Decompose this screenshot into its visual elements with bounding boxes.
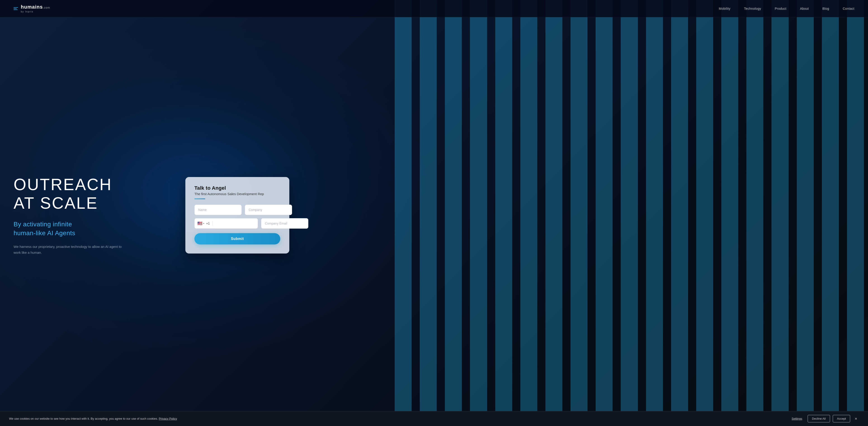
hero-left: OUTREACH AT SCALE By activating infinite… — [13, 175, 172, 256]
logo-text-wrapper: humains.com by Inpris — [21, 4, 50, 13]
hero-right: Talk to Angel The first Autonomous Sales… — [185, 177, 289, 254]
phone-prefix: +1 — [206, 222, 210, 225]
logo-icon — [13, 7, 18, 10]
logo-brand: humains.com — [21, 4, 50, 10]
cookie-close-button[interactable]: × — [853, 416, 859, 422]
nav-item-product[interactable]: Product — [775, 7, 786, 10]
chevron-down-icon: ▾ — [203, 222, 204, 225]
email-input[interactable] — [261, 218, 308, 229]
phone-input[interactable] — [215, 219, 255, 228]
nav-item-contact[interactable]: Contact — [843, 7, 855, 10]
privacy-policy-link[interactable]: Privacy Policy — [159, 417, 177, 420]
flag-emoji: 🇺🇸 — [197, 221, 202, 226]
form-card-title: Talk to Angel — [194, 185, 280, 191]
flag-select[interactable]: 🇺🇸 ▾ — [197, 221, 204, 226]
logo[interactable]: humains.com by Inpris — [13, 4, 50, 13]
cookie-banner: We use cookies on our website to see how… — [0, 411, 868, 426]
nav-item-technology[interactable]: Technology — [744, 7, 761, 10]
phone-input-wrapper: 🇺🇸 ▾ +1 — [194, 218, 258, 229]
form-card-subtitle: The first Autonomous Sales Development R… — [194, 192, 280, 196]
hero-description: We harness our proprietary, proactive te… — [13, 244, 122, 255]
cookie-decline-button[interactable]: Decline All — [808, 415, 830, 422]
company-input[interactable] — [245, 205, 292, 215]
nav-item-mobility[interactable]: Mobility — [719, 7, 730, 10]
form-accent-line — [194, 199, 205, 199]
form-row-2: 🇺🇸 ▾ +1 — [194, 218, 280, 229]
form-card: Talk to Angel The first Autonomous Sales… — [185, 177, 289, 254]
cookie-accept-button[interactable]: Accept — [833, 415, 850, 422]
nav-item-blog[interactable]: Blog — [822, 7, 829, 10]
nav-links: Mobility Technology Product About Blog C… — [719, 6, 855, 11]
navbar: humains.com by Inpris Mobility Technolog… — [0, 0, 868, 17]
form-row-1 — [194, 205, 280, 215]
cookie-actions: Settings Decline All Accept × — [789, 415, 859, 422]
hero-subtitle: By activating infinite human-like AI Age… — [13, 220, 172, 237]
nav-item-about[interactable]: About — [800, 7, 809, 10]
hero-title: OUTREACH AT SCALE — [13, 175, 172, 213]
cookie-text: We use cookies on our website to see how… — [9, 417, 784, 421]
logo-sub: by Inpris — [21, 10, 50, 13]
submit-button[interactable]: Submit — [194, 233, 280, 245]
hero-section: OUTREACH AT SCALE By activating infinite… — [0, 0, 868, 426]
name-input[interactable] — [194, 205, 242, 215]
cookie-settings-button[interactable]: Settings — [789, 415, 805, 422]
hero-content: OUTREACH AT SCALE By activating infinite… — [0, 157, 868, 269]
